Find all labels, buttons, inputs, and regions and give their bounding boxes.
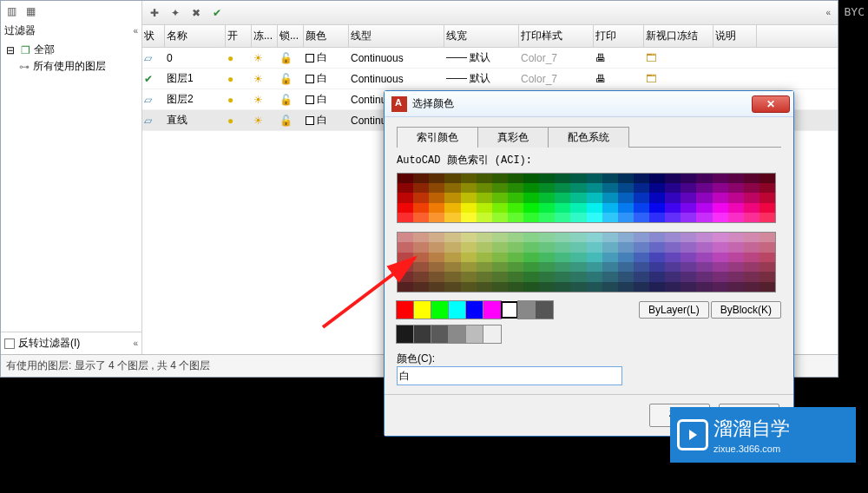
palette-cell[interactable] bbox=[492, 233, 508, 242]
palette-cell[interactable] bbox=[665, 282, 681, 292]
palette-cell[interactable] bbox=[508, 272, 523, 281]
palette-cell[interactable] bbox=[570, 262, 586, 272]
palette-cell[interactable] bbox=[444, 253, 460, 262]
new-layer-vp-icon[interactable]: ✦ bbox=[167, 4, 184, 22]
lock-icon[interactable]: 🔓 bbox=[278, 113, 304, 128]
palette-cell[interactable] bbox=[492, 193, 508, 202]
palette-cell[interactable] bbox=[444, 282, 460, 292]
palette-cell[interactable] bbox=[744, 253, 760, 262]
cell-name[interactable]: 0 bbox=[165, 50, 226, 66]
palette-cell[interactable] bbox=[665, 242, 681, 252]
col-lineweight[interactable]: 线宽 bbox=[444, 25, 519, 47]
palette-cell[interactable] bbox=[696, 193, 712, 202]
palette-cell[interactable] bbox=[602, 242, 618, 252]
palette-cell[interactable] bbox=[649, 174, 665, 183]
palette-cell[interactable] bbox=[696, 253, 712, 262]
palette-cell[interactable] bbox=[681, 193, 696, 202]
palette-cell[interactable] bbox=[508, 183, 523, 193]
color-yellow[interactable] bbox=[414, 301, 431, 319]
palette-cell[interactable] bbox=[665, 183, 681, 193]
palette-cell[interactable] bbox=[413, 282, 429, 292]
palette-cell[interactable] bbox=[555, 253, 570, 262]
palette-cell[interactable] bbox=[696, 174, 712, 183]
sun-icon[interactable]: ☀ bbox=[252, 92, 278, 108]
palette-cell[interactable] bbox=[744, 272, 760, 281]
palette-cell[interactable] bbox=[618, 272, 634, 281]
palette-cell[interactable] bbox=[696, 272, 712, 281]
palette-cell[interactable] bbox=[413, 272, 429, 281]
gray-4[interactable] bbox=[449, 325, 466, 343]
palette-cell[interactable] bbox=[523, 193, 539, 202]
palette-cell[interactable] bbox=[508, 282, 523, 292]
palette-cell[interactable] bbox=[649, 242, 665, 252]
palette-cell[interactable] bbox=[555, 193, 570, 202]
palette-cell[interactable] bbox=[634, 242, 649, 252]
palette-cell[interactable] bbox=[681, 242, 696, 252]
palette-cell[interactable] bbox=[760, 203, 775, 213]
palette-cell[interactable] bbox=[539, 183, 555, 193]
palette-cell[interactable] bbox=[429, 282, 444, 292]
color-cyan[interactable] bbox=[449, 301, 466, 319]
cell-desc[interactable] bbox=[713, 56, 757, 60]
palette-cell[interactable] bbox=[744, 174, 760, 183]
palette-cell[interactable] bbox=[696, 262, 712, 272]
palette-cell[interactable] bbox=[523, 242, 539, 252]
palette-cell[interactable] bbox=[649, 233, 665, 242]
gray-2[interactable] bbox=[414, 325, 431, 343]
palette-cell[interactable] bbox=[713, 242, 728, 252]
palette-cell[interactable] bbox=[696, 183, 712, 193]
palette-cell[interactable] bbox=[634, 193, 649, 202]
palette-cell[interactable] bbox=[570, 213, 586, 222]
palette-cell[interactable] bbox=[618, 183, 634, 193]
palette-cell[interactable] bbox=[634, 183, 649, 193]
lock-icon[interactable]: 🔓 bbox=[278, 71, 304, 87]
palette-cell[interactable] bbox=[477, 253, 492, 262]
palette-cell[interactable] bbox=[681, 282, 696, 292]
palette-cell[interactable] bbox=[398, 193, 413, 202]
palette-cell[interactable] bbox=[523, 213, 539, 222]
lock-icon[interactable]: 🔓 bbox=[278, 92, 304, 108]
cell-name[interactable]: 直线 bbox=[165, 111, 226, 129]
palette-cell[interactable] bbox=[602, 253, 618, 262]
palette-cell[interactable] bbox=[461, 203, 477, 213]
palette-cell[interactable] bbox=[539, 282, 555, 292]
palette-cell[interactable] bbox=[461, 282, 477, 292]
palette-cell[interactable] bbox=[665, 253, 681, 262]
palette-cell[interactable] bbox=[618, 233, 634, 242]
palette-cell[interactable] bbox=[728, 262, 744, 272]
palette-cell[interactable] bbox=[681, 253, 696, 262]
palette-cell[interactable] bbox=[429, 203, 444, 213]
cell-lineweight[interactable]: —— 默认 bbox=[444, 69, 519, 88]
palette-cell[interactable] bbox=[728, 213, 744, 222]
palette-cell[interactable] bbox=[492, 213, 508, 222]
palette-cell[interactable] bbox=[618, 242, 634, 252]
palette-cell[interactable] bbox=[570, 242, 586, 252]
palette-cell[interactable] bbox=[539, 272, 555, 281]
col-desc[interactable]: 说明 bbox=[713, 25, 757, 47]
palette-cell[interactable] bbox=[728, 253, 744, 262]
palette-cell[interactable] bbox=[570, 193, 586, 202]
palette-cell[interactable] bbox=[634, 203, 649, 213]
cell-color[interactable]: 白 bbox=[304, 49, 349, 67]
palette-cell[interactable] bbox=[508, 233, 523, 242]
palette-cell[interactable] bbox=[665, 272, 681, 281]
palette-cell[interactable] bbox=[602, 272, 618, 281]
palette-cell[interactable] bbox=[634, 213, 649, 222]
standard-colors[interactable] bbox=[397, 301, 553, 319]
palette-cell[interactable] bbox=[760, 262, 775, 272]
palette-cell[interactable] bbox=[413, 183, 429, 193]
palette-cell[interactable] bbox=[587, 272, 602, 281]
palette-cell[interactable] bbox=[744, 183, 760, 193]
gray-6[interactable] bbox=[483, 325, 501, 343]
tab-index-color[interactable]: 索引颜色 bbox=[397, 127, 478, 148]
palette-cell[interactable] bbox=[461, 213, 477, 222]
color-input[interactable]: 白 bbox=[397, 366, 622, 385]
palette-cell[interactable] bbox=[461, 193, 477, 202]
palette-cell[interactable] bbox=[398, 282, 413, 292]
palette-cell[interactable] bbox=[649, 183, 665, 193]
palette-cell[interactable] bbox=[713, 213, 728, 222]
gray-5[interactable] bbox=[466, 325, 483, 343]
palette-cell[interactable] bbox=[618, 262, 634, 272]
col-linetype[interactable]: 线型 bbox=[349, 25, 444, 47]
cell-color[interactable]: 白 bbox=[304, 69, 349, 88]
